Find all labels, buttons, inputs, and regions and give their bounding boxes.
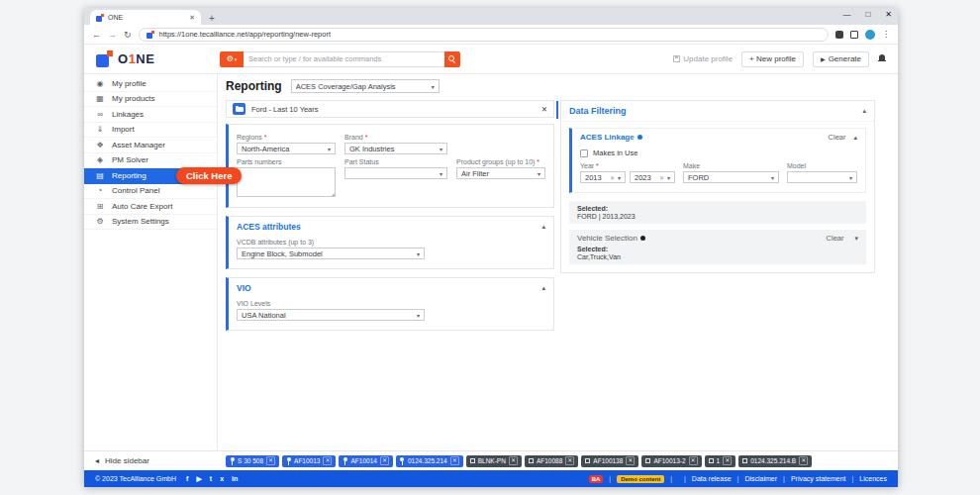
- aces-linkage-title: ACES Linkage: [580, 133, 642, 142]
- remove-chip-icon[interactable]: ✕: [323, 456, 332, 465]
- parts-numbers-textarea[interactable]: [237, 167, 336, 197]
- part-chip[interactable]: S 30 508 ✕: [226, 455, 279, 467]
- social-icon[interactable]: in: [232, 475, 238, 483]
- command-search-bar: ⚙ ▾: [220, 51, 460, 67]
- chevron-down-icon[interactable]: ▾: [854, 235, 858, 243]
- report-tab[interactable]: Ford - Last 10 Years ✕: [226, 100, 554, 118]
- search-button[interactable]: [444, 51, 460, 67]
- generate-button[interactable]: ▶ Generate: [813, 51, 869, 67]
- remove-chip-icon[interactable]: ✕: [266, 456, 275, 465]
- chevron-down-icon: ▾: [440, 146, 442, 152]
- close-icon[interactable]: ✕: [541, 105, 547, 114]
- chevron-up-icon[interactable]: ▴: [853, 134, 857, 142]
- remove-chip-icon[interactable]: ✕: [565, 456, 574, 465]
- extensions-icon[interactable]: [835, 31, 843, 39]
- sidebar-item-my-profile[interactable]: ◉ My profile: [84, 76, 217, 92]
- social-icon[interactable]: ▶: [196, 475, 201, 483]
- remove-chip-icon[interactable]: ✕: [450, 456, 459, 465]
- aces-linkage-clear-button[interactable]: Clear: [829, 133, 846, 142]
- part-chip[interactable]: AF10014 ✕: [339, 455, 392, 467]
- report-type-select[interactable]: ACES Coverage/Gap Analysis ▾: [291, 79, 440, 93]
- gear-icon: ⚙: [95, 217, 105, 226]
- window-maximize-button[interactable]: □: [865, 10, 870, 19]
- other-part-chips: BLNK-PN ✕ AF10088 ✕ AF100138 ✕: [466, 455, 812, 467]
- clear-value-icon[interactable]: ✕: [610, 174, 615, 181]
- chevron-up-icon[interactable]: ▴: [541, 223, 545, 231]
- aces-linkage-selected-box: Selected: FORD | 2013,2023: [569, 201, 866, 224]
- year-from-select[interactable]: 2013 ✕ ▾: [580, 171, 626, 183]
- product-groups-select[interactable]: Air Filter ▾: [456, 167, 545, 179]
- part-chip[interactable]: AF10013 ✕: [282, 455, 336, 467]
- social-icon[interactable]: f: [186, 475, 188, 483]
- notifications-bell-icon[interactable]: [878, 54, 886, 63]
- footer-link[interactable]: Licences: [846, 475, 887, 482]
- site-badge-icon: [147, 31, 154, 39]
- back-icon[interactable]: ←: [92, 30, 101, 40]
- new-tab-button[interactable]: +: [209, 13, 215, 24]
- update-profile-button[interactable]: Update profile: [673, 54, 733, 63]
- export-icon: ⊞: [95, 202, 105, 211]
- remove-chip-icon[interactable]: ✕: [689, 456, 698, 465]
- aces-linkage-section: ACES Linkage Clear ▴ Makes in Use: [569, 128, 866, 193]
- search-scope-button[interactable]: ⚙ ▾: [220, 51, 244, 67]
- hide-sidebar-button[interactable]: ◂ Hide sidebar: [84, 456, 218, 465]
- social-icon[interactable]: t: [210, 475, 212, 483]
- brand-select[interactable]: GK Industries ▾: [344, 143, 447, 154]
- part-chip[interactable]: 0124.325.214 ✕: [396, 455, 463, 467]
- tab-scrollbar[interactable]: [556, 101, 558, 119]
- part-chip[interactable]: 1 ✕: [705, 455, 736, 467]
- browser-profile-avatar[interactable]: [865, 30, 875, 40]
- makes-in-use-checkbox[interactable]: [580, 149, 588, 157]
- remove-chip-icon[interactable]: ✕: [380, 456, 389, 465]
- search-input[interactable]: [244, 51, 444, 67]
- regions-select[interactable]: North-America ▾: [237, 143, 336, 154]
- sidebar-item-asset-manager[interactable]: ❖ Asset Manager: [84, 138, 217, 153]
- model-select[interactable]: ▾: [787, 171, 857, 183]
- sidebar-item-my-products[interactable]: ▦ My products: [84, 92, 217, 108]
- social-icon[interactable]: x: [220, 475, 224, 483]
- footer-link[interactable]: Disclaimer: [732, 475, 778, 482]
- sidebar-item-import[interactable]: ⇓ Import: [84, 123, 217, 139]
- part-chip[interactable]: AF10088 ✕: [525, 455, 578, 467]
- pin-icon: [343, 457, 347, 465]
- sidebar-item-auto-care-export[interactable]: ⊞ Auto Care Export: [84, 199, 217, 215]
- bottom-strip: ◂ Hide sidebar S 30 508 ✕ AF10013 ✕: [84, 450, 898, 470]
- make-select[interactable]: FORD ▾: [683, 171, 779, 183]
- footer-link[interactable]: Privacy statement: [777, 475, 845, 482]
- sidebar-item-control-panel[interactable]: ◔ Control Panel: [84, 184, 217, 200]
- vio-levels-select[interactable]: USA National ▾: [237, 309, 425, 321]
- sidebar-item-linkages[interactable]: ∞ Linkages: [84, 107, 217, 123]
- brand-label: Brand *: [344, 134, 447, 141]
- remove-chip-icon[interactable]: ✕: [626, 456, 635, 465]
- chevron-down-icon: ▾: [771, 174, 774, 181]
- vehicle-selection-clear-button[interactable]: Clear: [827, 234, 844, 243]
- window-minimize-button[interactable]: —: [842, 10, 850, 19]
- remove-chip-icon[interactable]: ✕: [509, 456, 518, 465]
- remove-chip-icon[interactable]: ✕: [723, 456, 732, 465]
- footer-link[interactable]: Data release: [678, 475, 732, 482]
- url-bar[interactable]: https://1one.tecalliance.net/app/reporti…: [139, 28, 829, 42]
- forward-icon[interactable]: →: [108, 30, 117, 40]
- year-to-select[interactable]: 2023 ✕ ▾: [630, 171, 675, 183]
- aces-attributes-title: ACES attributes: [237, 222, 301, 232]
- chevron-up-icon[interactable]: ▴: [541, 284, 545, 292]
- vcdb-attributes-select[interactable]: Engine Block, Submodel ▾: [237, 248, 425, 259]
- part-chip[interactable]: 0124.325.214.B ✕: [738, 455, 812, 467]
- reload-icon[interactable]: ↻: [124, 30, 132, 40]
- remove-chip-icon[interactable]: ✕: [799, 456, 808, 465]
- sidebar-item-system-settings[interactable]: ⚙ System Settings: [84, 215, 217, 231]
- part-status-select[interactable]: ▾: [344, 167, 447, 179]
- browser-menu-icon[interactable]: ⋮: [882, 30, 890, 39]
- side-panel-icon[interactable]: [850, 31, 858, 39]
- tab-close-icon[interactable]: ✕: [189, 14, 195, 22]
- chevron-up-icon[interactable]: ▴: [862, 107, 866, 115]
- window-close-button[interactable]: ✕: [885, 10, 892, 19]
- clear-value-icon[interactable]: ✕: [659, 174, 664, 181]
- sidebar-item-pm-solver[interactable]: ◈ PM Solver: [84, 153, 217, 169]
- part-chip[interactable]: AF100138 ✕: [581, 455, 638, 467]
- new-profile-button[interactable]: + New profile: [741, 51, 804, 67]
- part-chip[interactable]: AF10013-2 ✕: [641, 455, 701, 467]
- browser-tab[interactable]: ONE ✕: [90, 10, 201, 25]
- part-chip[interactable]: BLNK-PN ✕: [466, 455, 522, 467]
- gauge-icon: ◔: [95, 186, 105, 195]
